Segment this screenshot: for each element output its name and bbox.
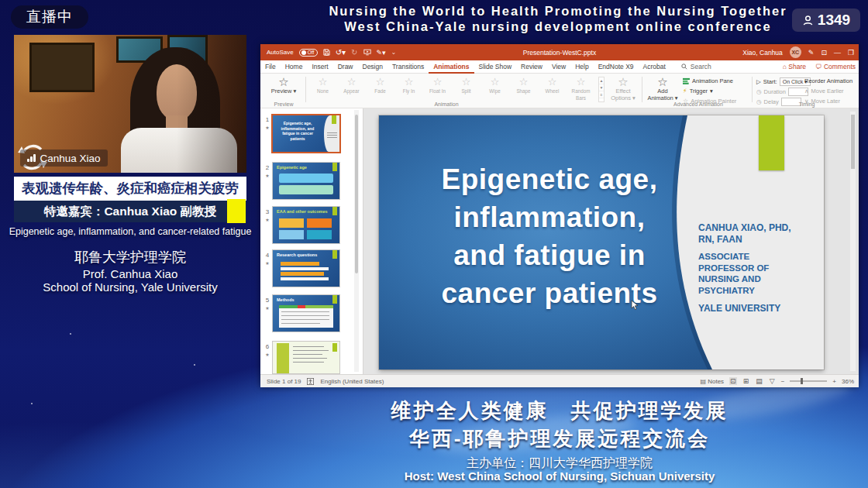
pen-icon[interactable]: ✎▾: [377, 49, 386, 57]
start-slideshow-icon[interactable]: [363, 49, 371, 56]
animation-fade[interactable]: ☆Fade: [366, 77, 394, 101]
thumbnail-slide-6[interactable]: [273, 342, 339, 373]
thumbnail-slide-5[interactable]: Methods: [273, 295, 339, 332]
thumbnail-slide-2[interactable]: Epigenetic age: [273, 163, 339, 199]
slide-green-accent: [759, 115, 784, 170]
animation-wipe[interactable]: ☆Wipe: [480, 77, 509, 101]
animation-appear[interactable]: ☆Appear: [337, 77, 366, 101]
move-earlier-button[interactable]: ∧Move Earlier: [804, 88, 844, 95]
customize-qat-icon[interactable]: ⌄: [391, 49, 397, 56]
tab-endnote[interactable]: EndNote X9: [594, 60, 639, 74]
zoom-out-button[interactable]: −: [781, 378, 785, 385]
scrollbar-thumb[interactable]: [355, 115, 358, 273]
add-animation-icon: ☆: [646, 76, 680, 88]
language-indicator[interactable]: English (United States): [320, 378, 384, 385]
share-button[interactable]: ⌂ Share: [783, 63, 806, 70]
slide-thumbnail-panel: 1 ★ Epigenetic age, inflammation, and fa…: [260, 108, 363, 374]
animation-split[interactable]: ☆Split: [452, 77, 480, 101]
effect-options-button[interactable]: ☆ Effect Options ▾: [608, 76, 639, 101]
reorder-label: Reorder Animation: [804, 77, 852, 84]
animation-gallery: ☆None ☆Appear ☆Fade ☆Fly In ☆Float In ☆S…: [308, 77, 595, 101]
comments-label: Comments: [824, 63, 856, 70]
tab-animations[interactable]: Animations: [429, 60, 474, 74]
reading-view-button[interactable]: ▤: [755, 377, 763, 385]
tab-slide-show[interactable]: Slide Show: [474, 60, 517, 74]
thumbnail-scrollbar[interactable]: [354, 110, 359, 372]
restore-button[interactable]: ❐: [848, 49, 854, 57]
animation-pane-button[interactable]: Animation Pane: [683, 77, 733, 84]
animation-label: Fly In: [403, 88, 415, 94]
zoom-slider-thumb[interactable]: [801, 378, 803, 384]
ppt-menubar: File Home Insert Draw Design Transitions…: [260, 60, 859, 74]
tab-acrobat[interactable]: Acrobat: [639, 60, 670, 74]
slide-title-line4: cancer patients: [402, 274, 697, 312]
webcam-speaker-name: Canhua Xiao: [40, 153, 101, 164]
thumbnail-slide-1[interactable]: Epigenetic age, inflammation, and fatigu…: [273, 115, 339, 152]
tab-draw[interactable]: Draw: [333, 60, 358, 74]
search-box[interactable]: Search: [681, 63, 711, 70]
slide-sorter-view-button[interactable]: ⊞: [742, 377, 750, 385]
effect-options-icon: ☆: [608, 76, 639, 88]
animation-fly-in[interactable]: ☆Fly In: [394, 77, 423, 101]
ppt-titlebar[interactable]: AutoSave Off ↺▾ ↻ ✎▾ ⌄ Presentation-West…: [260, 44, 859, 60]
comments-button[interactable]: 🗩 Comments: [815, 63, 856, 70]
account-avatar[interactable]: XC: [790, 46, 801, 58]
tab-home[interactable]: Home: [281, 60, 308, 74]
zoom-slider[interactable]: [790, 380, 827, 382]
conference-title-line2: West China-Yale nursing development onli…: [271, 19, 845, 34]
star-dot: [194, 364, 195, 366]
slideshow-view-button[interactable]: ▽: [769, 377, 776, 385]
gallery-scroll[interactable]: ▲▼≡: [598, 77, 604, 102]
animation-wheel[interactable]: ☆Wheel: [538, 77, 567, 101]
live-stream-page: 直播中 Nursing the World to Health Promotin…: [0, 0, 868, 488]
mini-text-line: [327, 137, 337, 138]
animation-random-bars[interactable]: ☆Random Bars: [567, 77, 595, 101]
webcam-video[interactable]: Canhua Xiao: [14, 35, 246, 173]
accessibility-icon[interactable]: [307, 378, 314, 385]
start-value: On Click: [783, 79, 803, 84]
notes-label: Notes: [708, 378, 724, 385]
tab-view[interactable]: View: [547, 60, 570, 74]
ribbon-separator: [305, 77, 306, 102]
redo-icon[interactable]: ↻: [351, 48, 357, 57]
tab-design[interactable]: Design: [358, 60, 388, 74]
zoom-level[interactable]: 36%: [842, 378, 854, 385]
animation-label: None: [317, 88, 329, 94]
tab-help[interactable]: Help: [570, 60, 593, 74]
normal-view-button[interactable]: ⊡: [729, 377, 737, 385]
add-animation-button[interactable]: ☆ Add Animation ▾: [646, 76, 680, 101]
undo-icon[interactable]: ↺▾: [336, 48, 346, 57]
quick-access-toolbar: AutoSave Off ↺▾ ↻ ✎▾ ⌄: [260, 48, 396, 57]
tab-insert[interactable]: Insert: [307, 60, 332, 74]
autosave-toggle[interactable]: Off: [299, 49, 318, 57]
animation-none[interactable]: ☆None: [308, 77, 337, 101]
preview-button[interactable]: ☆ Preview ▾: [267, 76, 301, 95]
notes-button[interactable]: ▤ Notes: [700, 378, 724, 385]
mouse-cursor: [630, 300, 639, 311]
tab-file[interactable]: File: [260, 60, 281, 74]
animation-float-in[interactable]: ☆Float In: [423, 77, 452, 101]
thumbnail-slide-3[interactable]: EAA and other outcomes: [273, 207, 339, 243]
preview-group-label: Preview: [267, 101, 301, 107]
trigger-button[interactable]: ⚡ Trigger▾: [683, 88, 713, 95]
slide-scrollbar[interactable]: [850, 112, 856, 371]
thumb-number: 4: [264, 252, 271, 259]
mini-box: [279, 230, 304, 239]
current-slide[interactable]: Epigenetic age, inflammation, and fatigu…: [379, 115, 824, 369]
save-icon[interactable]: [323, 49, 330, 56]
minimize-button[interactable]: —: [834, 49, 841, 57]
thumbnail-slide-4[interactable]: Research questions: [273, 250, 339, 287]
tab-review[interactable]: Review: [516, 60, 547, 74]
scrollbar-thumb[interactable]: [851, 115, 855, 169]
footer-slogan-line2: 华西-耶鲁护理发展远程交流会: [260, 425, 859, 452]
person-icon: [802, 15, 814, 26]
dropdown-caret: ▾: [673, 95, 678, 101]
tab-transitions[interactable]: Transitions: [388, 60, 429, 74]
star-dot: [70, 333, 71, 335]
mini-text-line: [293, 346, 324, 347]
inking-icon[interactable]: ✎: [808, 49, 815, 57]
animation-shape[interactable]: ☆Shape: [509, 77, 538, 101]
ribbon-display-icon[interactable]: ⊡: [821, 49, 827, 57]
zoom-in-button[interactable]: +: [832, 378, 836, 385]
dropdown-caret: ▾: [291, 88, 296, 95]
